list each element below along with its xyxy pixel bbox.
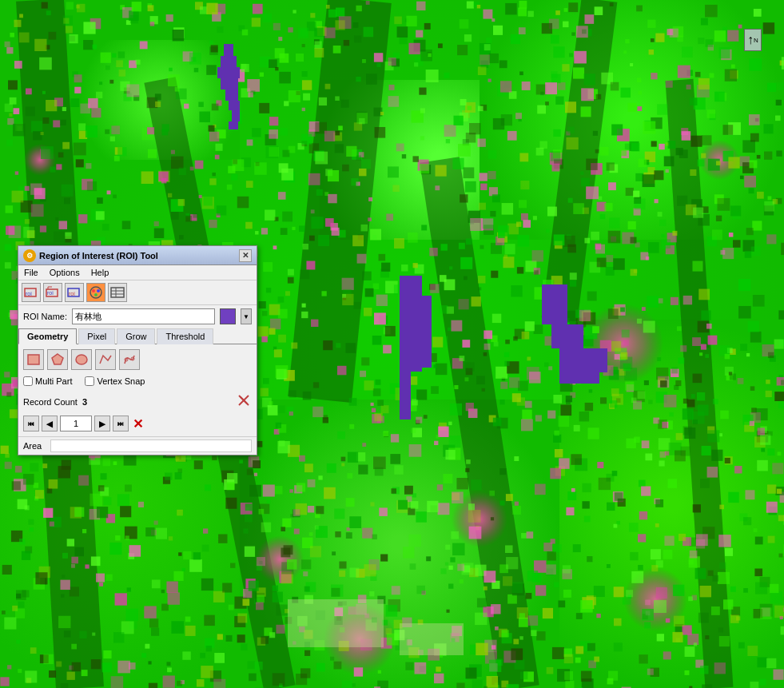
roi-toolbar: roi roi roi [18, 280, 257, 305]
record-row: Record Count 3 [23, 392, 252, 411]
multi-part-checkbox-label[interactable]: Multi Part [23, 376, 72, 386]
roi-shape-3c [559, 348, 607, 372]
roi-color-dropdown[interactable]: ▼ [241, 308, 252, 324]
toolbar-table[interactable] [108, 283, 127, 302]
nav-prev-button[interactable]: ◀ [42, 416, 58, 431]
svg-rect-14 [28, 355, 39, 364]
roi-titlebar-left: ⚙ Region of Interest (ROI) Tool [23, 249, 158, 262]
nav-first-button[interactable]: ⏮ [23, 416, 39, 431]
record-count-label: Record Count [23, 397, 78, 407]
status-area-label: Area [23, 441, 47, 451]
svg-text:roi: roi [47, 290, 54, 296]
roi-statusbar: Area [18, 436, 257, 455]
toolbar-roi-new[interactable]: roi [22, 283, 41, 302]
vertex-snap-checkbox[interactable] [85, 376, 94, 386]
roi-shape-1b [221, 56, 237, 67]
roi-shape-1d [221, 78, 238, 89]
multi-part-checkbox[interactable] [23, 376, 33, 386]
roi-shape-1g [232, 110, 240, 121]
roi-shape-3b [551, 324, 583, 348]
svg-marker-15 [52, 354, 63, 364]
toolbar-roi-save[interactable]: roi [65, 283, 84, 302]
tool-polygon[interactable] [47, 349, 68, 370]
nav-current-input[interactable] [60, 416, 92, 431]
roi-shape-2c [422, 296, 432, 368]
roi-titlebar: ⚙ Region of Interest (ROI) Tool ✕ [18, 246, 257, 265]
roi-color-button[interactable] [220, 308, 236, 324]
vertex-snap-checkbox-label[interactable]: Vertex Snap [85, 376, 145, 386]
tab-geometry[interactable]: Geometry [18, 328, 77, 344]
roi-name-row: ROI Name: ▼ [18, 305, 257, 328]
roi-shape-1a [224, 44, 233, 56]
roi-shape-1h [229, 121, 238, 129]
menu-help[interactable]: Help [89, 267, 112, 278]
roi-menubar: File Options Help [18, 265, 257, 280]
tool-freehand[interactable] [119, 349, 140, 370]
svg-point-7 [92, 289, 95, 292]
nav-next-button[interactable]: ▶ [94, 416, 110, 431]
roi-tabs: Geometry Pixel Grow Threshold [18, 328, 257, 344]
tab-pixel[interactable]: Pixel [78, 328, 115, 344]
tool-rectangle[interactable] [23, 349, 44, 370]
svg-text:roi: roi [69, 291, 75, 296]
toolbar-roi-open[interactable]: roi [43, 283, 62, 302]
svg-point-16 [76, 355, 87, 364]
north-arrow: ↑N [744, 29, 762, 51]
menu-options[interactable]: Options [47, 267, 82, 278]
tab-content-geometry: Multi Part Vertex Snap Record Count 3 ⏮ … [18, 344, 257, 436]
tab-grow[interactable]: Grow [117, 328, 155, 344]
tab-threshold[interactable]: Threshold [157, 328, 213, 344]
checkboxes-row: Multi Part Vertex Snap [23, 376, 252, 386]
roi-shape-1c [217, 67, 240, 78]
svg-text:roi: roi [26, 291, 32, 296]
roi-shape-1e [225, 89, 238, 101]
roi-name-label: ROI Name: [23, 312, 67, 321]
navigation-row: ⏮ ◀ ▶ ⏭ ✕ [23, 416, 252, 431]
record-icon [236, 392, 252, 411]
roi-shape-1f [229, 101, 240, 110]
nav-last-button[interactable]: ⏭ [113, 416, 129, 431]
roi-tool-window: ⚙ Region of Interest (ROI) Tool ✕ File O… [18, 245, 257, 455]
tool-circle[interactable] [71, 349, 92, 370]
multi-part-label: Multi Part [35, 376, 72, 386]
roi-shape-2b [411, 276, 422, 372]
status-area-value [50, 439, 252, 452]
menu-file[interactable]: File [22, 267, 41, 278]
tool-polyline[interactable] [95, 349, 116, 370]
svg-point-9 [94, 293, 98, 296]
close-button[interactable]: ✕ [239, 249, 252, 262]
roi-title-text: Region of Interest (ROI) Tool [39, 251, 158, 260]
toolbar-palette[interactable] [86, 283, 105, 302]
roi-shape-3a [542, 284, 567, 324]
svg-point-8 [97, 289, 100, 292]
record-count-value: 3 [82, 397, 87, 407]
delete-record-button[interactable]: ✕ [133, 416, 143, 431]
roi-shape-3d [559, 372, 599, 384]
roi-title-icon: ⚙ [23, 249, 36, 262]
vertex-snap-label: Vertex Snap [97, 376, 145, 386]
roi-shape-2a [400, 276, 411, 420]
geometry-tools [23, 349, 252, 370]
svg-rect-10 [111, 288, 124, 297]
roi-name-input[interactable] [72, 308, 215, 324]
